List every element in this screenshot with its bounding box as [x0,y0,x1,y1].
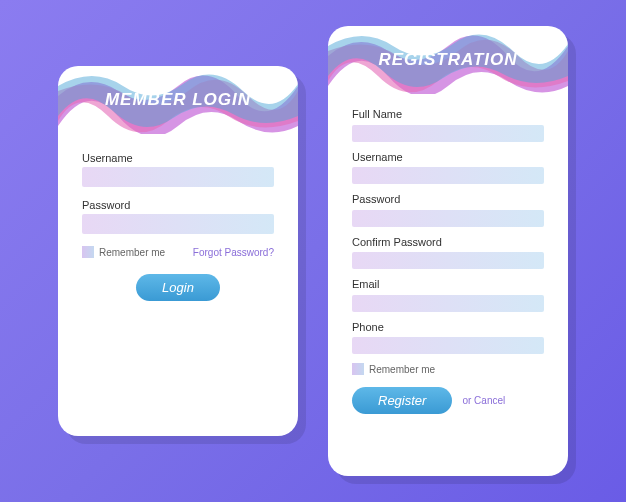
reg-remember-checkbox[interactable] [352,363,364,375]
reg-password-label: Password [352,193,544,205]
register-card: REGISTRATION Full Name Username Password… [328,26,568,476]
login-options-row: Remember me Forgot Password? [82,246,274,258]
email-label: Email [352,278,544,290]
reg-username-label: Username [352,151,544,163]
login-header: MEMBER LOGIN [58,66,298,134]
forgot-password-link[interactable]: Forgot Password? [193,247,274,258]
register-header: REGISTRATION [328,26,568,94]
confirm-label: Confirm Password [352,236,544,248]
reg-remember-group: Remember me [352,363,435,375]
email-input[interactable] [352,295,544,312]
remember-label: Remember me [99,247,165,258]
reg-password-input[interactable] [352,210,544,227]
phone-label: Phone [352,321,544,333]
remember-group: Remember me [82,246,165,258]
phone-input[interactable] [352,337,544,354]
fullname-label: Full Name [352,108,544,120]
password-input[interactable] [82,214,274,234]
login-button[interactable]: Login [136,274,220,301]
login-form: Username Password Remember me Forgot Pas… [58,134,298,319]
reg-remember-label: Remember me [369,364,435,375]
register-button[interactable]: Register [352,387,452,414]
login-title: MEMBER LOGIN [105,90,251,110]
register-button-row: Register or Cancel [352,387,544,414]
confirm-password-input[interactable] [352,252,544,269]
cancel-link[interactable]: or Cancel [462,395,505,406]
username-label: Username [82,152,274,164]
username-input[interactable] [82,167,274,187]
login-card: MEMBER LOGIN Username Password Remember … [58,66,298,436]
register-form: Full Name Username Password Confirm Pass… [328,94,568,428]
login-button-row: Login [82,274,274,301]
register-title: REGISTRATION [378,50,517,70]
register-options-row: Remember me [352,363,544,375]
reg-username-input[interactable] [352,167,544,184]
password-label: Password [82,199,274,211]
remember-checkbox[interactable] [82,246,94,258]
fullname-input[interactable] [352,125,544,142]
